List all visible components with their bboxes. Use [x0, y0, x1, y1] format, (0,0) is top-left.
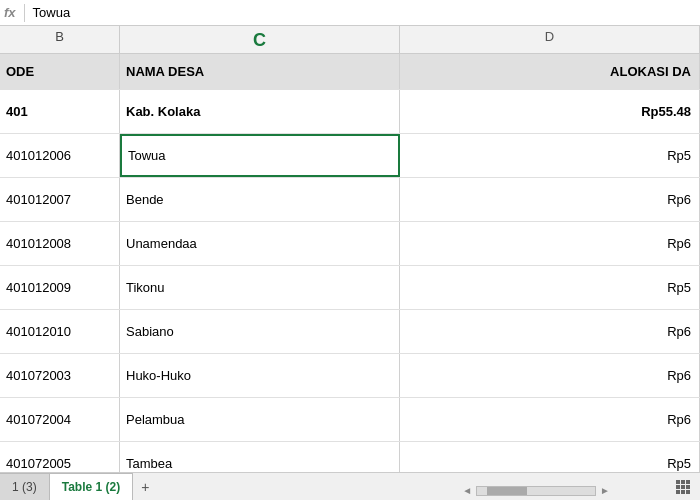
- summary-row: 401 Kab. Kolaka Rp55.48: [0, 90, 700, 134]
- cell-c-1[interactable]: Bende: [120, 178, 400, 221]
- grid-icon-cell: [676, 480, 680, 484]
- table-row: 401012008 Unamendaa Rp6: [0, 222, 700, 266]
- table-row: 401012010 Sabiano Rp6: [0, 310, 700, 354]
- grid-icon-cell: [676, 490, 680, 494]
- scrollbar-track[interactable]: [476, 486, 596, 496]
- normal-view-button[interactable]: [674, 479, 692, 495]
- cell-c-6[interactable]: Pelambua: [120, 398, 400, 441]
- table-row: 401012006 Towua Rp5: [0, 134, 700, 178]
- cell-c-7[interactable]: Tambea: [120, 442, 400, 472]
- sheet-tabs-container[interactable]: 1 (3)Table 1 (2): [0, 473, 133, 500]
- cell-d-7[interactable]: Rp5: [400, 442, 700, 472]
- table-row: 401072005 Tambea Rp5: [0, 442, 700, 472]
- grid-icon-cell: [676, 485, 680, 489]
- grid-icon-cell: [681, 485, 685, 489]
- header-cell-c: NAMA DESA: [120, 54, 400, 89]
- cell-b-3[interactable]: 401012009: [0, 266, 120, 309]
- cell-c-3[interactable]: Tikonu: [120, 266, 400, 309]
- cell-c-2[interactable]: Unamendaa: [120, 222, 400, 265]
- header-cell-d: ALOKASI DA: [400, 54, 700, 89]
- grid-icon-cell: [681, 490, 685, 494]
- add-sheet-button[interactable]: +: [133, 477, 157, 497]
- grid-icon: [676, 480, 690, 494]
- cell-d-5[interactable]: Rp6: [400, 354, 700, 397]
- sheet-tab-1[interactable]: Table 1 (2): [50, 473, 133, 500]
- col-header-b: B: [0, 26, 120, 53]
- table-row: 401012007 Bende Rp6: [0, 178, 700, 222]
- cell-b-2[interactable]: 401012008: [0, 222, 120, 265]
- table-row: 401072003 Huko-Huko Rp6: [0, 354, 700, 398]
- sheet-tabs: 1 (3)Table 1 (2) +: [0, 473, 157, 500]
- cell-c-5[interactable]: Huko-Huko: [120, 354, 400, 397]
- table-row: 401072004 Pelambua Rp6: [0, 398, 700, 442]
- grid-icon-cell: [681, 480, 685, 484]
- summary-cell-c: Kab. Kolaka: [120, 90, 400, 133]
- cell-d-2[interactable]: Rp6: [400, 222, 700, 265]
- cell-c-0[interactable]: Towua: [120, 134, 400, 177]
- status-bar: 1 (3)Table 1 (2) + ◄ ►: [0, 472, 700, 500]
- formula-value: Towua: [33, 5, 71, 20]
- table-header-row: ODE NAMA DESA ALOKASI DA: [0, 54, 700, 90]
- col-header-c: C: [120, 26, 400, 53]
- column-headers: B C D: [0, 26, 700, 54]
- formula-bar: fx Towua: [0, 0, 700, 26]
- view-buttons: [674, 479, 692, 495]
- cell-d-6[interactable]: Rp6: [400, 398, 700, 441]
- scrollbar-thumb[interactable]: [487, 487, 527, 495]
- cell-d-1[interactable]: Rp6: [400, 178, 700, 221]
- col-header-d: D: [400, 26, 700, 53]
- scroll-right-button[interactable]: ►: [600, 485, 610, 496]
- grid-icon-cell: [686, 490, 690, 494]
- cell-b-0[interactable]: 401012006: [0, 134, 120, 177]
- data-rows-container: 401012006 Towua Rp5 401012007 Bende Rp6 …: [0, 134, 700, 472]
- grid-icon-cell: [686, 480, 690, 484]
- formula-separator: [24, 4, 25, 22]
- sheet-tab-0[interactable]: 1 (3): [0, 473, 50, 500]
- fx-icon: fx: [4, 5, 16, 20]
- table-row: 401012009 Tikonu Rp5: [0, 266, 700, 310]
- cell-b-1[interactable]: 401012007: [0, 178, 120, 221]
- cell-d-0[interactable]: Rp5: [400, 134, 700, 177]
- summary-cell-b: 401: [0, 90, 120, 133]
- cell-b-6[interactable]: 401072004: [0, 398, 120, 441]
- scrollbar-area: ◄ ►: [462, 485, 610, 496]
- cell-b-5[interactable]: 401072003: [0, 354, 120, 397]
- grid-icon-cell: [686, 485, 690, 489]
- cell-c-4[interactable]: Sabiano: [120, 310, 400, 353]
- table-body: ODE NAMA DESA ALOKASI DA 401 Kab. Kolaka…: [0, 54, 700, 472]
- cell-b-4[interactable]: 401012010: [0, 310, 120, 353]
- header-cell-b: ODE: [0, 54, 120, 89]
- summary-cell-d: Rp55.48: [400, 90, 700, 133]
- spreadsheet: B C D ODE NAMA DESA ALOKASI DA 401 Kab. …: [0, 26, 700, 472]
- scroll-left-button[interactable]: ◄: [462, 485, 472, 496]
- cell-d-4[interactable]: Rp6: [400, 310, 700, 353]
- cell-d-3[interactable]: Rp5: [400, 266, 700, 309]
- cell-b-7[interactable]: 401072005: [0, 442, 120, 472]
